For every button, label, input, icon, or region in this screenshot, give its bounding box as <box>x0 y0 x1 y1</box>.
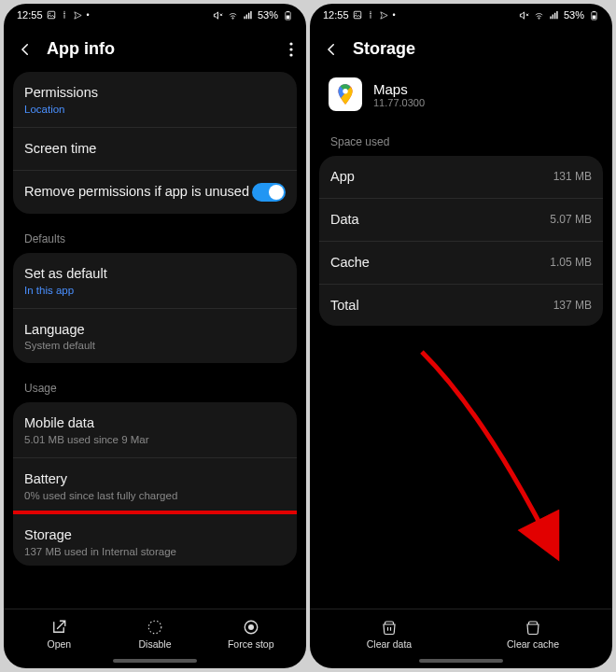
status-time: 12:55 <box>17 9 43 21</box>
phone-left-app-info: 12:55 • 53% App info Permissions Locatio… <box>4 4 306 668</box>
svg-point-1 <box>49 13 49 14</box>
svg-rect-5 <box>287 15 290 19</box>
svg-point-18 <box>343 89 347 93</box>
svg-point-11 <box>248 624 254 630</box>
header: App info <box>4 22 306 72</box>
status-battery: 53% <box>258 9 278 21</box>
section-usage: Usage <box>13 371 297 402</box>
status-bar: 12:55 • 53% <box>4 4 306 22</box>
disable-button[interactable]: Disable <box>107 619 203 650</box>
app-name: Maps <box>373 81 425 97</box>
nav-pill[interactable] <box>113 659 197 663</box>
svg-point-8 <box>289 53 292 56</box>
status-bar: 12:55 • 53% <box>310 4 612 22</box>
force-stop-button[interactable]: Force stop <box>203 619 299 650</box>
space-app-row: App 131 MB <box>319 156 603 199</box>
section-space-used: Space used <box>319 124 603 156</box>
svg-point-9 <box>148 621 161 634</box>
mute-icon <box>519 10 529 21</box>
battery-row[interactable]: Battery 0% used since last fully charged <box>13 458 297 514</box>
app-header: Maps 11.77.0300 <box>319 72 603 124</box>
svg-point-14 <box>370 13 371 15</box>
mobile-data-row[interactable]: Mobile data 5.01 MB used since 9 Mar <box>13 402 297 458</box>
svg-rect-12 <box>354 11 361 19</box>
space-cache-row: Cache 1.05 MB <box>319 242 603 285</box>
svg-point-6 <box>289 42 292 45</box>
page-title: App info <box>47 39 276 59</box>
svg-rect-4 <box>287 10 289 11</box>
wifi-icon <box>228 10 238 21</box>
remove-permissions-toggle[interactable] <box>252 183 286 202</box>
svg-rect-16 <box>593 10 595 11</box>
signal-icon <box>243 10 253 21</box>
space-total-row: Total 137 MB <box>319 285 603 327</box>
wifi-icon <box>534 10 544 21</box>
svg-point-2 <box>63 13 65 15</box>
language-row[interactable]: Language System default <box>13 309 297 364</box>
clear-cache-button[interactable]: Clear cache <box>461 619 605 650</box>
remove-permissions-row[interactable]: Remove permissions if app is unused <box>13 171 297 214</box>
mute-icon <box>213 10 223 21</box>
svg-rect-17 <box>593 15 596 19</box>
back-icon[interactable] <box>17 41 34 58</box>
clear-data-button[interactable]: Clear data <box>317 619 461 650</box>
status-time: 12:55 <box>323 9 349 21</box>
annotation-arrow <box>413 343 581 576</box>
battery-icon <box>589 10 599 21</box>
permissions-row[interactable]: Permissions Location <box>13 72 297 128</box>
open-button[interactable]: Open <box>11 619 107 650</box>
screen-time-row[interactable]: Screen time <box>13 128 297 171</box>
page-title: Storage <box>353 39 599 59</box>
set-default-row[interactable]: Set as default In this app <box>13 253 297 309</box>
more-icon[interactable] <box>289 42 293 57</box>
nav-pill[interactable] <box>419 659 503 663</box>
bottom-bar: Clear data Clear cache <box>310 609 612 655</box>
space-data-row: Data 5.07 MB <box>319 199 603 242</box>
svg-rect-0 <box>48 11 55 19</box>
app-version: 11.77.0300 <box>373 97 425 108</box>
phone-right-storage: 12:55 • 53% Storage Maps 11.77.0300 <box>310 4 612 668</box>
signal-icon <box>549 10 559 21</box>
header: Storage <box>310 22 612 72</box>
status-battery: 53% <box>564 9 584 21</box>
storage-row[interactable]: Storage 137 MB used in Internal storage <box>13 511 297 566</box>
battery-icon <box>283 10 293 21</box>
svg-point-13 <box>355 13 356 14</box>
back-icon[interactable] <box>323 41 340 58</box>
bottom-bar: Open Disable Force stop <box>4 609 306 655</box>
section-defaults: Defaults <box>13 221 297 253</box>
svg-point-7 <box>289 48 292 50</box>
maps-app-icon <box>329 77 362 111</box>
